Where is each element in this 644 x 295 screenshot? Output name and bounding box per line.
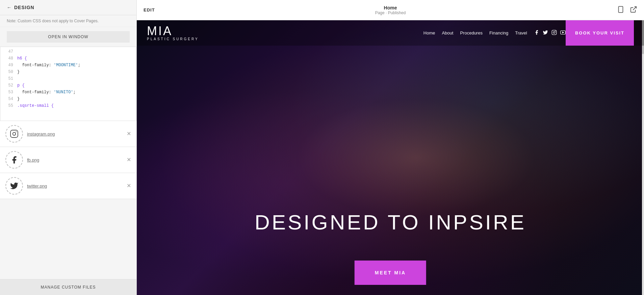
social-icons-group (534, 30, 566, 36)
youtube-social-icon[interactable] (560, 30, 566, 36)
svg-point-1 (13, 132, 16, 136)
css-note: Note: Custom CSS does not apply to Cover… (0, 15, 136, 27)
mobile-view-icon[interactable] (617, 6, 624, 15)
top-bar-actions (617, 6, 637, 15)
svg-point-8 (555, 31, 556, 31)
file-item-instagram: instagram.png ✕ (0, 121, 136, 147)
logo-sub-text: PLASTIC SURGERY (147, 37, 199, 41)
code-line-47: 47 (0, 48, 136, 55)
page-info: Home Page · Published (375, 5, 406, 15)
meet-mia-button[interactable]: MEET MIA (355, 261, 426, 285)
facebook-remove-button[interactable]: ✕ (127, 157, 131, 163)
instagram-filename[interactable]: instagram.png (27, 131, 123, 137)
site-header: MIA PLASTIC SURGERY Home About Procedure… (137, 20, 644, 46)
instagram-file-icon (5, 125, 23, 143)
twitter-filename[interactable]: twitter.png (27, 183, 123, 189)
nav-about[interactable]: About (442, 30, 453, 35)
open-window-button[interactable]: OPEN IN WINDOW (7, 31, 130, 43)
svg-rect-0 (10, 130, 18, 138)
back-arrow-icon[interactable]: ← (7, 5, 11, 10)
hero-headline: DESIGNED TO INPSIRE (255, 210, 526, 234)
website-preview: MIA PLASTIC SURGERY Home About Procedure… (137, 20, 644, 295)
facebook-icon (10, 155, 19, 164)
facebook-file-icon (5, 151, 23, 169)
facebook-filename[interactable]: fb.png (27, 157, 123, 163)
custom-files-section: instagram.png ✕ fb.png ✕ twitter.png ✕ (0, 121, 136, 279)
hero-text: DESIGNED TO INPSIRE (255, 210, 526, 234)
code-line-48: 48 h6 { (0, 55, 136, 62)
code-line-52: 52 p { (0, 82, 136, 89)
svg-point-7 (553, 31, 555, 33)
facebook-social-icon[interactable] (534, 30, 539, 36)
code-line-53: 53 font-family: 'NUNITO'; (0, 89, 136, 96)
twitter-icon (10, 181, 19, 190)
design-label: DESIGN (14, 5, 34, 10)
file-item-twitter: twitter.png ✕ (0, 173, 136, 199)
preview-scrollbar[interactable] (642, 20, 644, 295)
css-code-editor[interactable]: 47 48 h6 { 49 font-family: 'MOONTIME'; 5… (0, 47, 136, 121)
logo-mia-text: MIA (147, 25, 199, 37)
hero-figure (137, 20, 644, 295)
svg-point-2 (16, 131, 17, 132)
code-line-55: 55 .sqsrte-small { (0, 102, 136, 109)
site-logo: MIA PLASTIC SURGERY (147, 25, 199, 41)
twitter-remove-button[interactable]: ✕ (127, 183, 131, 189)
svg-marker-9 (562, 32, 564, 33)
hero-background: MIA PLASTIC SURGERY Home About Procedure… (137, 20, 644, 295)
left-panel: ← DESIGN Note: Custom CSS does not apply… (0, 0, 137, 295)
left-header: ← DESIGN (0, 0, 136, 15)
top-bar: EDIT Home Page · Published (137, 0, 644, 20)
code-line-49: 49 font-family: 'MOONTIME'; (0, 62, 136, 69)
file-item-facebook: fb.png ✕ (0, 147, 136, 173)
nav-travel[interactable]: Travel (515, 30, 527, 35)
manage-custom-files-button[interactable]: MANAGE CUSTOM FILES (0, 279, 136, 295)
external-link-icon[interactable] (630, 6, 637, 15)
twitter-file-icon (5, 177, 23, 195)
svg-rect-6 (552, 30, 556, 34)
instagram-remove-button[interactable]: ✕ (127, 131, 131, 137)
edit-button[interactable]: EDIT (144, 7, 155, 13)
instagram-icon (10, 129, 19, 138)
code-line-51: 51 (0, 75, 136, 82)
site-nav: Home About Procedures Financing Travel (423, 30, 566, 36)
page-title: Home (375, 5, 406, 10)
code-line-50: 50 } (0, 69, 136, 75)
instagram-social-icon[interactable] (551, 30, 557, 36)
book-visit-button[interactable]: BOOK YOUR VISIT (566, 20, 634, 46)
svg-line-5 (633, 6, 636, 10)
twitter-social-icon[interactable] (543, 30, 548, 36)
nav-home[interactable]: Home (423, 30, 435, 35)
page-status: Page · Published (375, 10, 406, 15)
code-line-54: 54 } (0, 96, 136, 102)
nav-procedures[interactable]: Procedures (460, 30, 482, 35)
nav-financing[interactable]: Financing (489, 30, 508, 35)
right-panel: EDIT Home Page · Published (137, 0, 644, 295)
